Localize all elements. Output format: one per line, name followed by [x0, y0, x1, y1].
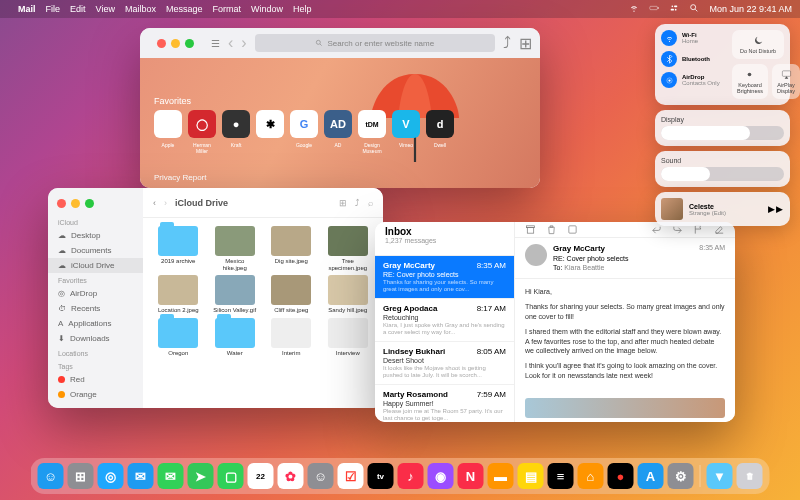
back-icon[interactable]: ‹: [153, 198, 156, 208]
file-item[interactable]: Sandy hill.jpeg: [323, 275, 374, 314]
dock-home[interactable]: ⌂: [578, 463, 604, 489]
favorite-Google[interactable]: G: [290, 110, 318, 138]
window-controls[interactable]: [148, 32, 203, 55]
dock-safari[interactable]: ◎: [98, 463, 124, 489]
mail-attachment-image[interactable]: [525, 398, 725, 418]
window-controls[interactable]: [48, 192, 143, 215]
sidebar-downloads[interactable]: ⬇ Downloads: [48, 331, 143, 346]
control-center[interactable]: Wi-FiHome Bluetooth AirDropContacts Only…: [655, 24, 790, 226]
dock-music[interactable]: ♪: [398, 463, 424, 489]
dock-downloads[interactable]: ▼: [707, 463, 733, 489]
display-slider[interactable]: [661, 126, 784, 140]
dock-launchpad[interactable]: ⊞: [68, 463, 94, 489]
mail-message[interactable]: Marty Rosamond7:59 AMHappy Summer!Please…: [375, 385, 514, 422]
file-item[interactable]: Water: [210, 318, 261, 357]
safari-window[interactable]: ☰ ‹ › Search or enter website name ⤴ ⊞ F…: [140, 28, 540, 188]
dock-photos[interactable]: ✿: [278, 463, 304, 489]
menu-file[interactable]: File: [46, 4, 61, 14]
sidebar-documents[interactable]: ☁ Documents: [48, 243, 143, 258]
finder-window[interactable]: iCloud ☁ Desktop ☁ Documents ☁ iCloud Dr…: [48, 188, 383, 408]
dock-tv[interactable]: tv: [368, 463, 394, 489]
view-icon[interactable]: ⊞: [339, 198, 347, 208]
play-controls[interactable]: ▶▶: [768, 204, 784, 214]
menu-message[interactable]: Message: [166, 4, 203, 14]
dock-trash[interactable]: 🗑: [737, 463, 763, 489]
dock-maps[interactable]: ➤: [188, 463, 214, 489]
sidebar-airdrop[interactable]: ◎ AirDrop: [48, 286, 143, 301]
cc-sound[interactable]: Sound: [655, 151, 790, 187]
favorite-[interactable]: ✱: [256, 110, 284, 138]
sidebar-recents[interactable]: ⏱ Recents: [48, 301, 143, 316]
file-item[interactable]: Tree specimen.jpeg: [323, 226, 374, 271]
dock-settings[interactable]: ⚙: [668, 463, 694, 489]
menu-mailbox[interactable]: Mailbox: [125, 4, 156, 14]
trash-icon[interactable]: [546, 224, 557, 235]
dock-calendar[interactable]: 22: [248, 463, 274, 489]
dock-contacts[interactable]: ☺: [308, 463, 334, 489]
sidebar-tag-orange[interactable]: Orange: [48, 387, 143, 402]
cc-wifi[interactable]: Wi-FiHome: [661, 30, 727, 46]
address-bar[interactable]: Search or enter website name: [255, 34, 495, 52]
favorite-Apple[interactable]: [154, 110, 182, 138]
favorite-Herman Miller[interactable]: ◯: [188, 110, 216, 138]
menu-help[interactable]: Help: [293, 4, 312, 14]
privacy-report-label[interactable]: Privacy Report: [154, 173, 206, 182]
file-item[interactable]: Interim: [266, 318, 317, 357]
file-item[interactable]: Mexico hike.jpeg: [210, 226, 261, 271]
file-item[interactable]: Location 2.jpeg: [153, 275, 204, 314]
sound-slider[interactable]: [661, 167, 784, 181]
dock[interactable]: ☺⊞◎✉✉➤▢22✿☺☑tv♪◉N▬▤≡⌂●A⚙▼🗑: [31, 458, 770, 494]
favorite-AD[interactable]: AD: [324, 110, 352, 138]
dock-reminders[interactable]: ☑: [338, 463, 364, 489]
sidebar-icon[interactable]: ☰: [211, 38, 220, 49]
tabs-icon[interactable]: ⊞: [519, 34, 532, 53]
sidebar-tag-red[interactable]: Red: [48, 372, 143, 387]
control-center-icon[interactable]: [669, 3, 679, 15]
mail-window[interactable]: Inbox 1,237 messages Gray McCarty8:35 AM…: [375, 222, 735, 422]
share-icon[interactable]: ⤴: [355, 198, 360, 208]
favorite-Dwell[interactable]: d: [426, 110, 454, 138]
back-icon[interactable]: ‹: [228, 34, 233, 52]
dock-news[interactable]: N: [458, 463, 484, 489]
forward-icon[interactable]: ›: [241, 34, 246, 52]
dock-voice-memos[interactable]: ●: [608, 463, 634, 489]
clock[interactable]: Mon Jun 22 9:41 AM: [709, 4, 792, 14]
app-menu[interactable]: Mail: [18, 4, 36, 14]
menu-window[interactable]: Window: [251, 4, 283, 14]
file-item[interactable]: Cliff site.jpeg: [266, 275, 317, 314]
mail-message[interactable]: Gray McCarty8:35 AMRE: Cover photo selec…: [375, 256, 514, 299]
dock-messages[interactable]: ✉: [158, 463, 184, 489]
menu-edit[interactable]: Edit: [70, 4, 86, 14]
dock-books[interactable]: ▬: [488, 463, 514, 489]
battery-icon[interactable]: [649, 3, 659, 15]
favorite-Design Museum[interactable]: tDM: [358, 110, 386, 138]
cc-kbd-brightness[interactable]: Keyboard Brightness: [732, 64, 768, 99]
menu-format[interactable]: Format: [212, 4, 241, 14]
search-icon[interactable]: [689, 3, 699, 15]
cc-dnd[interactable]: Do Not Disturb: [732, 30, 784, 59]
dock-podcasts[interactable]: ◉: [428, 463, 454, 489]
favorite-Kraft[interactable]: ●: [222, 110, 250, 138]
archive-icon[interactable]: [525, 224, 536, 235]
search-icon[interactable]: ⌕: [368, 198, 373, 208]
cc-display[interactable]: Display: [655, 110, 790, 146]
junk-icon[interactable]: [567, 224, 578, 235]
sidebar-icloud-drive[interactable]: ☁ iCloud Drive: [48, 258, 143, 273]
sidebar-applications[interactable]: A Applications: [48, 316, 143, 331]
cc-airdrop[interactable]: AirDropContacts Only: [661, 72, 727, 88]
mail-message[interactable]: Lindsey Bukhari8:05 AMDesert ShootIt loo…: [375, 342, 514, 385]
file-item[interactable]: 2019 archive: [153, 226, 204, 271]
share-icon[interactable]: ⤴: [503, 34, 511, 52]
forward-icon[interactable]: ›: [164, 198, 167, 208]
wifi-icon[interactable]: [629, 3, 639, 15]
cc-now-playing[interactable]: CelesteStrange (Edit) ▶▶: [655, 192, 790, 226]
dock-mail[interactable]: ✉: [128, 463, 154, 489]
dock-notes[interactable]: ▤: [518, 463, 544, 489]
dock-appstore[interactable]: A: [638, 463, 664, 489]
dock-finder[interactable]: ☺: [38, 463, 64, 489]
dock-facetime[interactable]: ▢: [218, 463, 244, 489]
dock-stocks[interactable]: ≡: [548, 463, 574, 489]
cc-airplay[interactable]: AirPlay Display: [772, 64, 800, 99]
menu-view[interactable]: View: [96, 4, 115, 14]
mail-message[interactable]: Greg Apodaca8:17 AMRetouchingKiara, I ju…: [375, 299, 514, 342]
